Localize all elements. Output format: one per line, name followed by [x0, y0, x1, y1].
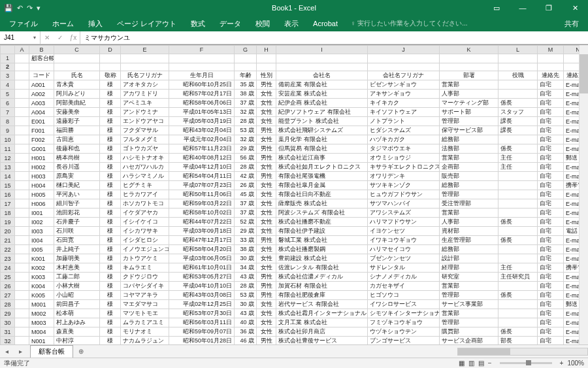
cell[interactable]: M002: [29, 309, 54, 318]
cell[interactable]: 自宅: [538, 154, 564, 163]
cell[interactable]: 女性: [257, 327, 276, 337]
row-header[interactable]: 21: [1, 236, 15, 245]
cell[interactable]: アキサンギョウ: [368, 90, 440, 99]
cell[interactable]: アオキタカシ: [121, 80, 169, 90]
row-header[interactable]: 4: [1, 80, 15, 90]
cell[interactable]: 昭和60年10月25日: [169, 80, 235, 90]
cell[interactable]: アンドウミナ: [121, 108, 169, 117]
cell[interactable]: 営業部: [440, 282, 498, 291]
cell[interactable]: 自宅: [538, 108, 564, 117]
cell[interactable]: 平成01年05年13日: [169, 108, 235, 117]
cell[interactable]: 管理部: [440, 190, 498, 199]
cell[interactable]: 男性: [257, 154, 276, 163]
row-header[interactable]: 28: [1, 300, 15, 309]
cell[interactable]: 設計部: [440, 254, 498, 263]
cell[interactable]: 女性: [257, 309, 276, 318]
cell[interactable]: [498, 254, 538, 263]
cell[interactable]: 管理部: [440, 291, 498, 300]
row-header[interactable]: 10: [1, 135, 15, 144]
chevron-down-icon[interactable]: ▾: [33, 35, 36, 41]
cell[interactable]: 池田彩花: [54, 209, 100, 218]
row-header[interactable]: 14: [1, 172, 15, 181]
cell[interactable]: 自宅: [538, 135, 564, 144]
cell[interactable]: 様: [100, 236, 121, 245]
cell[interactable]: アワシステムズ: [368, 209, 440, 218]
cell[interactable]: 株式会社卯月商店: [276, 327, 368, 337]
tab-view[interactable]: 表示: [278, 16, 305, 31]
cell[interactable]: 様: [100, 318, 121, 327]
cell[interactable]: カガセキザイ: [368, 282, 440, 291]
cell[interactable]: 村上あゆみ: [54, 318, 100, 327]
row-header[interactable]: 12: [1, 154, 15, 163]
ribbon-display-icon[interactable]: ▭: [483, 0, 510, 16]
cell[interactable]: 自宅: [538, 126, 564, 135]
cell[interactable]: 磐城工業 株式会社: [276, 236, 368, 245]
cell[interactable]: 昭和57年02月17日: [169, 90, 235, 99]
cell[interactable]: 青木貴: [54, 80, 100, 90]
cell[interactable]: 総務部: [440, 245, 498, 254]
cell[interactable]: [498, 135, 538, 144]
cell[interactable]: H002: [29, 163, 54, 172]
cell[interactable]: 紀伊企画 株式会社: [276, 99, 368, 108]
cell[interactable]: 平成07年07月23日: [169, 181, 235, 190]
col-header[interactable]: M: [538, 46, 564, 54]
column-header-cell[interactable]: 連絡先: [538, 71, 564, 80]
cell[interactable]: A001: [29, 80, 54, 90]
cell[interactable]: 自宅: [538, 245, 564, 254]
cell[interactable]: イノウエジュンコ: [121, 245, 169, 254]
cell[interactable]: ビゼンサンギョウ: [368, 80, 440, 90]
formula-input[interactable]: ミマサカウンユ: [80, 33, 588, 42]
close-icon[interactable]: ✕: [562, 0, 588, 16]
col-header[interactable]: F: [169, 46, 235, 54]
cell[interactable]: 豊前建設 株式会社: [276, 254, 368, 263]
cell[interactable]: 課長: [498, 117, 538, 126]
cell[interactable]: 自宅: [538, 309, 564, 318]
cell[interactable]: K001: [29, 254, 54, 263]
cell[interactable]: 33 歳: [235, 236, 257, 245]
vertical-scrollbar[interactable]: [579, 45, 588, 355]
cell[interactable]: 様: [100, 154, 121, 163]
row-header[interactable]: 9: [1, 126, 15, 135]
row-header[interactable]: 22: [1, 245, 15, 254]
cell[interactable]: 遠藤彩子: [54, 117, 100, 126]
tab-page-layout[interactable]: ページ レイアウト: [110, 16, 183, 31]
cell[interactable]: 女性: [257, 163, 276, 172]
cell[interactable]: 34 歳: [235, 263, 257, 273]
cell[interactable]: H006: [29, 199, 54, 209]
cell[interactable]: コヤマアキラ: [121, 291, 169, 300]
col-header[interactable]: D: [100, 46, 121, 54]
cell[interactable]: [498, 209, 538, 218]
cell[interactable]: 安藤美奈: [54, 108, 100, 117]
row-header[interactable]: 7: [1, 108, 15, 117]
cell[interactable]: フルタメグミ: [121, 135, 169, 144]
cell[interactable]: ハセガワハルカ: [121, 163, 169, 172]
tab-review[interactable]: 校閲: [249, 16, 276, 31]
cell[interactable]: 昭和47年12月17日: [169, 236, 235, 245]
cell[interactable]: ハヅキカガク: [368, 135, 440, 144]
cell[interactable]: 自宅: [538, 218, 564, 227]
cell[interactable]: イシイケイコ: [121, 218, 169, 227]
cell[interactable]: 受注管理部: [440, 199, 498, 209]
column-header-cell[interactable]: 生年月日: [169, 71, 235, 80]
cell[interactable]: 福田勝: [54, 126, 100, 135]
column-header-cell[interactable]: 会社名: [276, 71, 368, 80]
cell[interactable]: ハリマセイコウ: [368, 245, 440, 254]
cell[interactable]: 昭和44年07月22日: [169, 218, 235, 227]
cell[interactable]: [498, 199, 538, 209]
cell[interactable]: 岩代サービス 有限会社: [276, 300, 368, 309]
cell[interactable]: 様: [100, 245, 121, 254]
cell[interactable]: 53 歳: [235, 291, 257, 300]
cell[interactable]: 保守サービス部: [440, 126, 498, 135]
cell[interactable]: 女性: [257, 318, 276, 327]
cell[interactable]: [498, 90, 538, 99]
cell[interactable]: ゴトウカズヤ: [121, 144, 169, 154]
cell[interactable]: 42 歳: [235, 172, 257, 181]
save-icon[interactable]: 💾: [4, 4, 13, 12]
cell[interactable]: 但馬貿易 有限会社: [276, 144, 368, 154]
cell[interactable]: [498, 80, 538, 90]
cell[interactable]: タジマボウエキ: [368, 144, 440, 154]
cell[interactable]: 資材部: [440, 227, 498, 236]
cell[interactable]: オウミショウジ: [368, 154, 440, 163]
cell[interactable]: 平成04年12月10日: [169, 163, 235, 172]
cell[interactable]: 自宅: [538, 117, 564, 126]
